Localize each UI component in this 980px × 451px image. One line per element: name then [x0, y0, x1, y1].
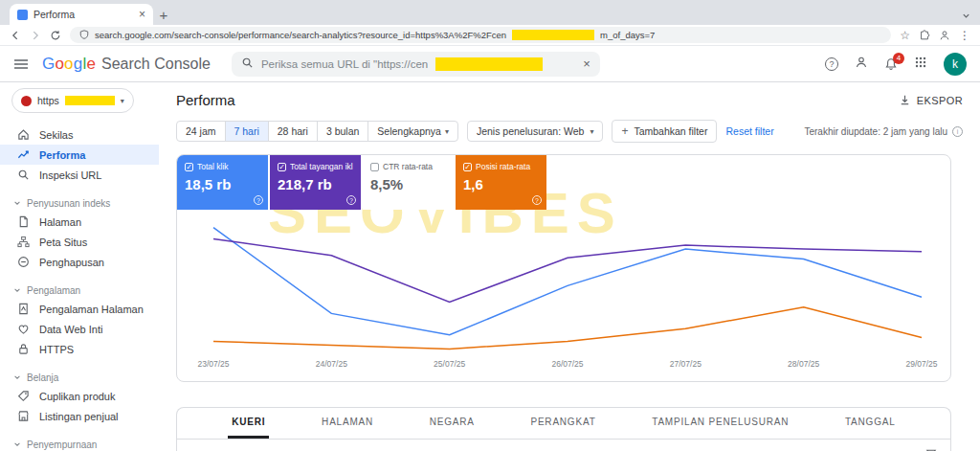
- forward-icon[interactable]: [30, 30, 41, 41]
- help-icon[interactable]: ?: [825, 57, 838, 71]
- sidebar-section-shopping[interactable]: Belanja: [0, 369, 159, 386]
- last-update-status: Terakhir diupdate: 2 jam yang lalu i: [804, 126, 963, 137]
- table-filter-funnel-icon[interactable]: [925, 446, 937, 451]
- sidebar-item-product-snippets[interactable]: Cuplikan produk: [0, 386, 159, 406]
- sidebar-item-label: Peta Situs: [39, 237, 87, 248]
- search-redaction-box: [435, 57, 543, 71]
- sidebar-item-label: Data Web Inti: [39, 324, 102, 335]
- sidebar-item-page-experience[interactable]: Pengalaman Halaman: [0, 299, 159, 319]
- tab-countries[interactable]: NEGARA: [426, 408, 479, 439]
- bookmark-star-icon[interactable]: ☆: [900, 29, 910, 42]
- sidebar-section-indexing[interactable]: Penyusunan indeks: [0, 194, 159, 212]
- clear-search-icon[interactable]: ×: [583, 56, 590, 71]
- tab-dates[interactable]: TANGGAL: [841, 408, 900, 439]
- metric-value: 218,7 rb: [278, 176, 353, 192]
- plus-icon: +: [621, 124, 628, 138]
- apps-grid-icon[interactable]: [914, 56, 927, 73]
- checkbox-icon: ✓: [185, 163, 193, 171]
- metric-card-total-clicks[interactable]: ✓Total klik 18,5 rb ?: [177, 155, 268, 210]
- hamburger-menu-icon[interactable]: [13, 57, 29, 71]
- section-title: Pengalaman: [27, 285, 80, 296]
- tab-pages[interactable]: HALAMAN: [318, 408, 377, 439]
- new-tab-button[interactable]: +: [153, 4, 174, 25]
- sidebar-section-enhancements[interactable]: Penyempurnaan: [0, 436, 159, 451]
- sidebar-item-https[interactable]: HTTPS: [0, 339, 159, 359]
- metric-label: Total tayangan ikl..: [290, 162, 353, 171]
- date-range-7d[interactable]: 7 hari: [226, 122, 269, 141]
- extensions-puzzle-icon[interactable]: [919, 30, 930, 41]
- tab-queries[interactable]: KUERI: [228, 408, 269, 439]
- url-text-suffix: m_of_days=7: [600, 30, 655, 40]
- browser-tab[interactable]: Performa ×: [10, 4, 153, 25]
- download-icon: [899, 94, 911, 106]
- sidebar-item-pages[interactable]: Halaman: [0, 212, 159, 232]
- tab-overflow-chevron-icon[interactable]: [962, 11, 970, 20]
- metric-card-average-position[interactable]: ✓Posisi rata-rata 1,6 ?: [456, 155, 546, 210]
- filter-bar: 24 jam 7 hari 28 hari 3 bulan Selengkapn…: [176, 120, 963, 143]
- refresh-icon[interactable]: [50, 30, 61, 41]
- last-update-text: Terakhir diupdate: 2 jam yang lalu: [804, 126, 947, 137]
- section-title: Belanja: [27, 372, 58, 383]
- info-icon[interactable]: i: [952, 126, 963, 137]
- property-favicon-icon: [21, 96, 32, 106]
- checkbox-icon: [370, 163, 379, 171]
- chevron-down-icon: ▾: [121, 97, 124, 105]
- browser-tab-strip: Performa × +: [0, 0, 980, 25]
- metric-help-icon[interactable]: ?: [254, 195, 263, 205]
- sidebar-item-merchant-listings[interactable]: Listingan penjual: [0, 406, 159, 426]
- sidebar-item-removals[interactable]: Penghapusan: [0, 252, 159, 272]
- main-content: Performa EKSPOR 24 jam 7 hari 28 hari 3 …: [159, 82, 980, 451]
- x-axis-label: 27/07/25: [670, 359, 702, 369]
- tab-close-icon[interactable]: ×: [139, 9, 145, 20]
- x-axis-label: 28/07/25: [788, 359, 819, 369]
- notifications-bell-icon[interactable]: 4: [884, 57, 898, 71]
- performance-line-chart: [177, 214, 948, 359]
- url-bar[interactable]: search.google.com/search-console/perform…: [70, 27, 891, 43]
- date-range-3m[interactable]: 3 bulan: [318, 122, 368, 141]
- date-range-28d[interactable]: 28 hari: [269, 122, 318, 141]
- search-icon: [241, 56, 254, 71]
- sidebar-item-url-inspection[interactable]: Inspeksi URL: [0, 165, 159, 185]
- add-filter-label: Tambahkan filter: [634, 125, 707, 137]
- tab-search-appearance[interactable]: TAMPILAN PENELUSURAN: [648, 408, 792, 439]
- add-filter-chip[interactable]: + Tambahkan filter: [612, 120, 717, 143]
- chevron-down-icon: [13, 286, 21, 294]
- chart-line-total-tayangan: [213, 239, 922, 303]
- sidebar-item-overview[interactable]: Sekilas: [0, 124, 159, 145]
- browser-menu-kebab-icon[interactable]: ⋮: [959, 29, 970, 42]
- date-range-24h[interactable]: 24 jam: [177, 122, 226, 141]
- header-actions: ? 4 k: [825, 53, 967, 76]
- metric-help-icon[interactable]: ?: [346, 195, 356, 205]
- x-axis-label: 29/07/25: [905, 359, 937, 369]
- metric-help-icon[interactable]: ?: [532, 195, 542, 205]
- metric-card-total-impressions[interactable]: ✓Total tayangan ikl.. 218,7 rb ?: [270, 155, 361, 210]
- export-button[interactable]: EKSPOR: [899, 94, 963, 106]
- date-range-more[interactable]: Selengkapnya ▾: [368, 122, 457, 141]
- table-tools: [177, 440, 950, 451]
- browser-profile-icon[interactable]: [939, 30, 950, 41]
- metric-value: 1,6: [463, 176, 539, 192]
- metric-value: 8,5%: [370, 176, 446, 192]
- back-icon[interactable]: [10, 30, 21, 41]
- sidebar-section-experience[interactable]: Pengalaman: [0, 282, 159, 299]
- tab-devices[interactable]: PERANGKAT: [526, 408, 599, 439]
- metric-cards: ✓Total klik 18,5 rb ? ✓Total tayangan ik…: [177, 155, 950, 210]
- sidebar-item-core-web-vitals[interactable]: Data Web Inti: [0, 319, 159, 339]
- sidebar: https ▾ Sekilas Performa Inspeksi URL Pe…: [0, 82, 159, 451]
- reset-filter-link[interactable]: Reset filter: [725, 125, 773, 137]
- site-security-shield-icon[interactable]: [79, 30, 89, 41]
- browser-toolbar: search.google.com/search-console/perform…: [0, 25, 980, 46]
- sidebar-item-sitemaps[interactable]: Peta Situs: [0, 232, 159, 252]
- dimensions-table-card: KUERI HALAMAN NEGARA PERANGKAT TAMPILAN …: [176, 407, 951, 451]
- sidebar-item-performance[interactable]: Performa: [0, 145, 159, 165]
- export-label: EKSPOR: [917, 95, 963, 106]
- search-type-label: Jenis penelusuran: Web: [477, 125, 584, 137]
- sidebar-item-label: Halaman: [39, 216, 81, 228]
- url-inspection-search-box[interactable]: Periksa semua URL di "https://cen ×: [232, 52, 600, 77]
- search-type-chip[interactable]: Jenis penelusuran: Web ▾: [467, 121, 603, 142]
- metric-card-average-ctr[interactable]: CTR rata-rata 8,5% ?: [363, 155, 454, 210]
- metric-label: Posisi rata-rata: [476, 162, 530, 171]
- user-settings-icon[interactable]: [855, 56, 868, 73]
- property-selector[interactable]: https ▾: [11, 88, 134, 113]
- avatar[interactable]: k: [944, 53, 967, 76]
